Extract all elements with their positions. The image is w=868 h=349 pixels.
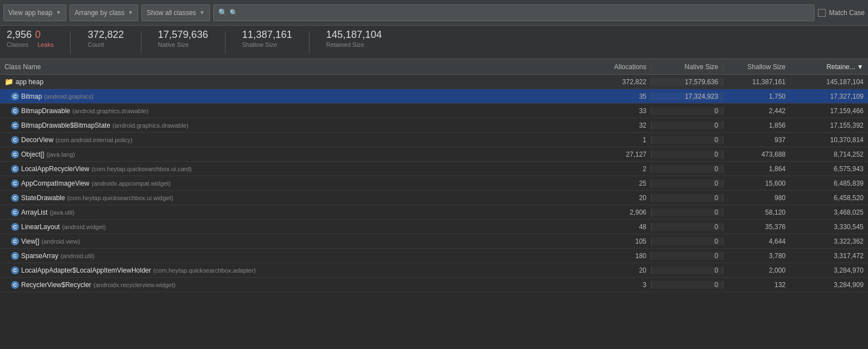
stat-leaks-label: Leaks [37,41,53,48]
name-cell: CBitmapDrawable (android.graphics.drawab… [0,107,584,115]
name-cell: CStateDrawable (com.heytap.quicksearchbo… [0,194,584,202]
class-name: BitmapDrawable [21,107,70,115]
name-cell: 📁app heap [0,77,584,86]
filter-classes-label: Show all classes [146,9,196,17]
class-icon: C [11,107,19,115]
toolbar: View app heap ▼ Arrange by class ▼ Show … [0,0,868,26]
table-header: Class Name Allocations Native Size Shall… [0,59,868,75]
retained-size-cell: 3,284,970 [790,266,868,274]
native-size-cell: 0 [651,165,723,173]
allocations-cell: 33 [584,107,651,115]
table-row[interactable]: CDecorView (com.android.internal.policy)… [0,133,868,147]
table-row[interactable]: CLocalAppRecyclerView (com.heytap.quicks… [0,162,868,176]
class-icon: C [11,165,19,173]
allocations-cell: 1 [584,136,651,144]
native-size-cell: 17,324,923 [651,93,723,100]
match-case-label: Match Case [818,9,865,17]
stat-divider-2 [141,31,141,54]
table-row[interactable]: CSparseArray (android.util)18003,7803,31… [0,249,868,263]
match-case-checkbox[interactable] [818,9,826,17]
stat-retained-label: Retained Size [326,41,382,48]
shallow-size-cell: 1,856 [723,122,790,129]
table-row[interactable]: CArrayList (java.util)2,906058,1203,468,… [0,205,868,220]
table-row[interactable]: CObject[] (java.lang)27,1270473,6888,714… [0,147,868,162]
allocations-cell: 105 [584,237,651,245]
name-cell: CArrayList (java.util) [0,209,584,216]
table-row[interactable]: CStateDrawable (com.heytap.quicksearchbo… [0,191,868,205]
table-row[interactable]: CLinearLayout (android.widget)48035,3763… [0,220,868,234]
shallow-size-cell: 11,387,161 [723,78,790,86]
package-name: (java.util) [50,209,75,216]
shallow-size-cell: 473,688 [723,151,790,158]
col-native-size[interactable]: Native Size [651,63,723,71]
name-cell: CObject[] (java.lang) [0,151,584,158]
shallow-size-cell: 132 [723,281,790,289]
native-size-cell: 17,579,636 [651,78,723,86]
retained-size-cell: 8,714,252 [790,151,868,158]
retained-size-cell: 3,284,909 [790,281,868,289]
allocations-cell: 27,127 [584,151,651,158]
stat-shallow-size: 11,387,161 Shallow Size [242,29,292,48]
shallow-size-cell: 35,376 [723,223,790,231]
retained-size-cell: 145,187,104 [790,78,868,86]
name-cell: CLocalAppRecyclerView (com.heytap.quicks… [0,165,584,173]
class-name: BitmapDrawable$BitmapState [21,122,110,129]
table-row[interactable]: CView[] (android.view)10504,6443,322,362 [0,234,868,249]
native-size-cell: 0 [651,209,723,216]
stat-native-value: 17,579,636 [158,29,208,41]
view-heap-label: View app heap [8,9,52,17]
class-icon: C [11,209,19,216]
arrange-by-dropdown[interactable]: Arrange by class ▼ [70,4,138,21]
native-size-cell: 0 [651,237,723,245]
class-icon: C [11,194,19,202]
shallow-size-cell: 58,120 [723,209,790,216]
retained-size-cell: 3,317,472 [790,252,868,260]
class-icon: C [11,266,19,274]
package-name: (androidx.appcompat.widget) [92,180,171,187]
arrange-by-arrow-icon: ▼ [127,9,133,16]
retained-size-cell: 3,468,025 [790,209,868,216]
shallow-size-cell: 4,644 [723,237,790,245]
col-class-name[interactable]: Class Name [0,63,584,71]
native-size-cell: 0 [651,223,723,231]
stat-count-value: 372,822 [87,29,124,41]
stats-row: 2,9560 Classes Leaks 372,822 Count 17,57… [0,26,868,59]
table-row[interactable]: CRecyclerView$Recycler (androidx.recycle… [0,278,868,292]
package-name: (com.heytap.quicksearchbox.ui.widget) [67,195,173,201]
table-row[interactable]: CBitmap (android.graphics)3517,324,9231,… [0,89,868,104]
table-row[interactable]: CAppCompatImageView (androidx.appcompat.… [0,176,868,191]
native-size-cell: 0 [651,136,723,144]
view-heap-dropdown[interactable]: View app heap ▼ [3,4,66,21]
class-name: Object[] [21,151,44,158]
match-case-text: Match Case [829,9,865,17]
stat-divider-4 [309,31,310,54]
native-size-cell: 0 [651,252,723,260]
filter-classes-dropdown[interactable]: Show all classes ▼ [141,4,210,21]
name-cell: CDecorView (com.android.internal.policy) [0,136,584,144]
table-row[interactable]: CBitmapDrawable$BitmapState (android.gra… [0,118,868,133]
stat-classes-value: 2,9560 [7,29,53,41]
table-row[interactable]: 📁app heap372,82217,579,63611,387,161145,… [0,75,868,89]
shallow-size-cell: 2,000 [723,266,790,274]
class-name: DecorView [21,136,53,144]
name-cell: CLocalAppAdapter$LocalAppItemViewHolder … [0,266,584,274]
col-allocations[interactable]: Allocations [584,63,651,71]
col-shallow-size[interactable]: Shallow Size [723,63,790,71]
shallow-size-cell: 1,864 [723,165,790,173]
allocations-cell: 20 [584,194,651,202]
class-icon: C [11,237,19,245]
shallow-size-cell: 937 [723,136,790,144]
native-size-cell: 0 [651,151,723,158]
package-name: (android.graphics.drawable) [72,108,148,114]
search-input[interactable] [229,9,810,17]
table-row[interactable]: CLocalAppAdapter$LocalAppItemViewHolder … [0,263,868,278]
native-size-cell: 0 [651,122,723,129]
allocations-cell: 3 [584,281,651,289]
retained-size-cell: 3,330,545 [790,223,868,231]
stat-shallow-value: 11,387,161 [242,29,292,41]
table-row[interactable]: CBitmapDrawable (android.graphics.drawab… [0,104,868,118]
table-body: 📁app heap372,82217,579,63611,387,161145,… [0,75,868,349]
native-size-cell: 0 [651,180,723,187]
shallow-size-cell: 980 [723,194,790,202]
col-retained-size[interactable]: Retaine... ▼ [790,63,868,71]
